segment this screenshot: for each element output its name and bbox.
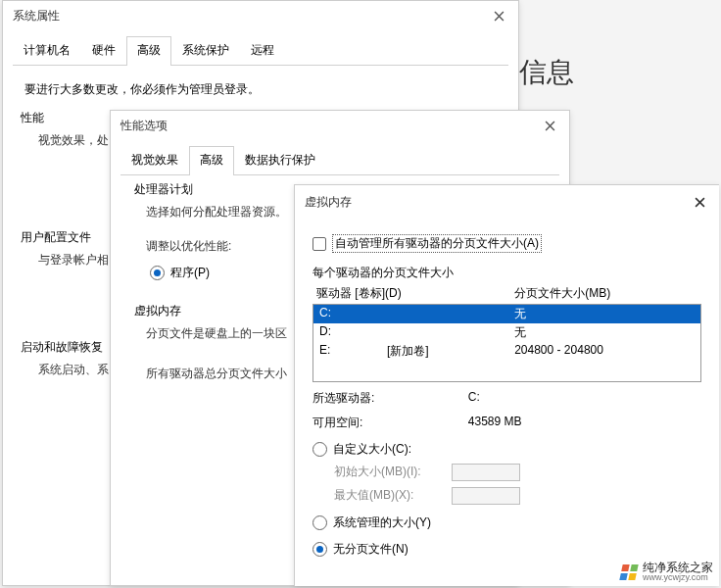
bg-title: 信息 xyxy=(519,54,574,91)
radio-system-managed[interactable]: 系统管理的大小(Y) xyxy=(312,514,701,531)
free-space-label: 可用空间: xyxy=(312,415,468,431)
radio-custom-label: 自定义大小(C): xyxy=(333,441,411,458)
w2-titlebar: 性能选项 xyxy=(111,111,569,140)
tab-advanced[interactable]: 高级 xyxy=(126,36,171,65)
w1-tabs: 计算机名 硬件 高级 系统保护 远程 xyxy=(13,36,508,66)
list-item[interactable]: E: [新加卷] 204800 - 204800 xyxy=(313,342,700,361)
max-size-label: 最大值(MB)(X): xyxy=(334,487,452,505)
tab-hardware[interactable]: 硬件 xyxy=(81,36,126,65)
list-item[interactable]: D: 无 xyxy=(313,323,700,342)
virtual-memory-window: 虚拟内存 自动管理所有驱动器的分页文件大小(A) 每个驱动器的分页文件大小 驱动… xyxy=(294,184,719,586)
close-icon[interactable] xyxy=(540,116,559,135)
w1-titlebar: 系统属性 xyxy=(3,1,518,30)
w3-titlebar: 虚拟内存 xyxy=(295,185,719,219)
tab-advanced2[interactable]: 高级 xyxy=(189,146,234,174)
watermark: 纯净系统之家 www.ycwjzy.com xyxy=(621,562,713,582)
watermark-url: www.ycwjzy.com xyxy=(643,573,713,582)
close-icon[interactable] xyxy=(690,192,709,212)
radio-dot-icon xyxy=(312,515,327,530)
tab-remote[interactable]: 远程 xyxy=(240,36,285,65)
max-size-input xyxy=(452,487,520,505)
radio-programs-label: 程序(P) xyxy=(170,265,210,281)
initial-size-label: 初始大小(MB)(I): xyxy=(334,464,452,481)
tab-computer-name[interactable]: 计算机名 xyxy=(13,36,81,65)
watermark-logo-icon xyxy=(619,564,638,580)
radio-dot-icon xyxy=(312,442,327,457)
admin-note: 要进行大多数更改，你必须作为管理员登录。 xyxy=(24,81,497,98)
selected-drive-value: C: xyxy=(468,390,701,407)
w2-tabs: 视觉效果 高级 数据执行保护 xyxy=(120,146,559,175)
list-item[interactable]: C: 无 xyxy=(313,305,700,323)
tab-visual-effects[interactable]: 视觉效果 xyxy=(120,146,189,174)
tab-system-protection[interactable]: 系统保护 xyxy=(171,36,240,65)
radio-dot-icon xyxy=(312,542,327,557)
close-icon[interactable] xyxy=(489,6,508,25)
auto-manage-label: 自动管理所有驱动器的分页文件大小(A) xyxy=(332,234,542,253)
radio-nopage-label: 无分页文件(N) xyxy=(333,541,409,558)
tab-dep[interactable]: 数据执行保护 xyxy=(234,146,326,174)
w1-title: 系统属性 xyxy=(13,8,489,24)
selected-drive-label: 所选驱动器: xyxy=(312,390,468,407)
drive-list[interactable]: C: 无 D: 无 E: [新加卷] 204800 - 204800 xyxy=(312,304,701,382)
radio-custom[interactable]: 自定义大小(C): xyxy=(312,441,701,458)
auto-manage-checkbox[interactable]: 自动管理所有驱动器的分页文件大小(A) xyxy=(312,234,701,253)
col-size: 分页文件大小(MB) xyxy=(514,285,697,302)
radio-dot-icon xyxy=(150,266,165,280)
free-space-value: 43589 MB xyxy=(468,415,701,431)
w3-title: 虚拟内存 xyxy=(305,194,690,211)
per-drive-label: 每个驱动器的分页文件大小 xyxy=(312,265,701,281)
initial-size-input xyxy=(452,464,520,481)
radio-no-paging[interactable]: 无分页文件(N) xyxy=(312,541,701,558)
checkbox-icon xyxy=(312,237,326,251)
radio-system-label: 系统管理的大小(Y) xyxy=(333,514,431,531)
w2-title: 性能选项 xyxy=(120,118,540,134)
col-drive: 驱动器 [卷标](D) xyxy=(316,285,514,302)
